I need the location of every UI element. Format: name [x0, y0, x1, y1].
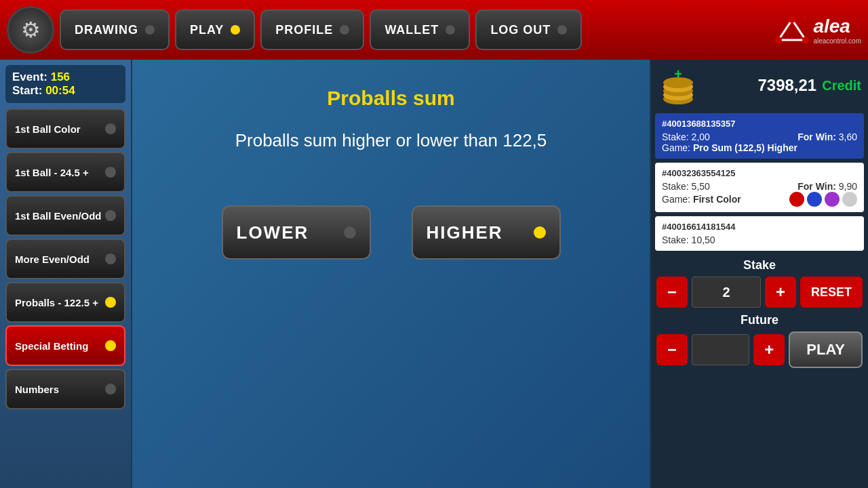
- stake-increase-button[interactable]: +: [765, 277, 796, 308]
- lower-button[interactable]: LOWER: [222, 205, 371, 260]
- bet-id-1: #40013688135357: [662, 119, 857, 129]
- stake-decrease-button[interactable]: −: [656, 277, 688, 308]
- sidebar-label-numbers: Numbers: [15, 384, 59, 395]
- panel-title: Proballs sum: [327, 87, 454, 110]
- logo-text: alea: [813, 16, 861, 37]
- svg-point-0: [789, 16, 795, 23]
- nav-logout-dot: [557, 25, 567, 35]
- nav-logout-label: LOG OUT: [490, 23, 551, 37]
- color-blue: [807, 192, 822, 207]
- sidebar-btn-1st-ball-evenodd[interactable]: 1st Ball Even/Odd: [5, 195, 125, 236]
- event-label: Event:: [12, 70, 47, 83]
- nav-play-label: PLAY: [190, 23, 224, 37]
- nav-profile-label: PROFILE: [275, 23, 333, 37]
- sidebar-label-1st-ball-evenodd: 1st Ball Even/Odd: [15, 210, 102, 222]
- color-purple: [825, 192, 840, 207]
- sidebar-label-1st-ball-color: 1st Ball Color: [15, 123, 81, 135]
- bet-forwin-label-2: For Win: 9,90: [797, 181, 857, 192]
- future-decrease-button[interactable]: −: [656, 334, 688, 365]
- nav-play[interactable]: PLAY: [175, 9, 255, 50]
- future-increase-button[interactable]: +: [753, 334, 785, 365]
- higher-button[interactable]: HIGHER: [412, 205, 561, 260]
- event-value: 156: [51, 70, 70, 83]
- stake-section-label: Stake: [656, 258, 863, 272]
- svg-point-2: [802, 37, 809, 43]
- main-content: Event: 156 Start: 00:54 1st Ball Color 1…: [0, 60, 868, 488]
- bet-forwin-label-1: For Win: 3,60: [797, 131, 857, 142]
- nav-profile-dot: [340, 25, 349, 35]
- stake-value-display: 2: [692, 277, 761, 308]
- reset-button[interactable]: RESET: [800, 277, 863, 308]
- start-label: Start:: [12, 84, 42, 97]
- start-value: 00:54: [45, 84, 75, 97]
- sidebar-btn-more-evenodd[interactable]: More Even/Odd: [5, 239, 125, 279]
- nav-profile[interactable]: PROFILE: [260, 9, 364, 50]
- color-white: [842, 192, 857, 207]
- nav-wallet-label: WALLET: [384, 23, 439, 37]
- higher-label: HIGHER: [427, 222, 503, 243]
- bet-id-2: #40032363554125: [662, 168, 857, 178]
- action-buttons: LOWER HIGHER: [222, 205, 561, 260]
- sidebar-label-1st-ball-245: 1st Ball - 24.5 +: [15, 167, 89, 178]
- sidebar-btn-numbers[interactable]: Numbers: [5, 369, 125, 409]
- sidebar-btn-special[interactable]: Special Betting: [5, 325, 125, 366]
- bet-stake-val-1: 2,00: [692, 131, 710, 142]
- logo-icon: [775, 13, 809, 47]
- coin-icon: +: [658, 65, 698, 106]
- bet-game-label-2: Game: First Color: [662, 194, 741, 205]
- gear-button[interactable]: ⚙: [7, 6, 54, 54]
- nav-wallet[interactable]: WALLET: [370, 9, 470, 50]
- sidebar-label-more-evenodd: More Even/Odd: [15, 253, 90, 265]
- svg-text:+: +: [674, 66, 682, 81]
- bet-stake-label-3: Stake: 10,50: [662, 235, 715, 245]
- nav-logout[interactable]: LOG OUT: [475, 9, 582, 50]
- color-dots: [789, 192, 857, 207]
- sidebar-dot-proballs: [105, 297, 116, 308]
- nav-wallet-dot: [446, 25, 455, 35]
- sidebar-btn-1st-ball-245[interactable]: 1st Ball - 24.5 +: [5, 152, 125, 192]
- nav-drawing-label: DRAWING: [75, 23, 138, 37]
- sidebar-btn-proballs[interactable]: Proballs - 122.5 +: [5, 282, 125, 323]
- sidebar-dot-1st-ball-245: [105, 167, 116, 178]
- event-info: Event: 156 Start: 00:54: [5, 65, 125, 103]
- sidebar-dot-special: [105, 340, 116, 351]
- higher-dot: [534, 226, 546, 239]
- right-panel: + 7398,21 Credit #40013688135357 Stake: …: [651, 60, 868, 488]
- credit-bar: + 7398,21 Credit: [651, 60, 868, 111]
- bet-card-3: #40016614181544 Stake: 10,50: [655, 216, 864, 251]
- bet-card-2: #40032363554125 Stake: 5,50 For Win: 9,9…: [655, 163, 864, 212]
- sidebar-dot-1st-ball-color: [105, 123, 116, 134]
- bet-stake-label-2: Stake: 5,50: [662, 181, 710, 192]
- lower-label: LOWER: [237, 222, 309, 243]
- center-panel: Proballs sum Proballs sum higher or lowe…: [131, 60, 651, 488]
- bet-id-3: #40016614181544: [662, 222, 857, 232]
- top-bar: ⚙ DRAWING PLAY PROFILE WALLET LOG OUT al…: [0, 0, 868, 60]
- sidebar-label-special: Special Betting: [15, 340, 88, 352]
- sidebar-dot-numbers: [105, 384, 116, 394]
- sidebar-dot-more-evenodd: [105, 253, 116, 264]
- bet-card-1: #40013688135357 Stake: 2,00 For Win: 3,6…: [655, 113, 864, 159]
- sidebar-btn-1st-ball-color[interactable]: 1st Ball Color: [5, 108, 125, 149]
- nav-play-dot: [231, 25, 240, 35]
- gear-icon: ⚙: [21, 17, 41, 43]
- stake-section: Stake − 2 + RESET Future − + PLAY: [651, 253, 868, 368]
- bet-stake-label-1: Stake: 2,00: [662, 131, 710, 142]
- bet-stake-val-3: 10,50: [692, 235, 715, 245]
- lower-dot: [344, 226, 356, 239]
- sidebar-dot-1st-ball-evenodd: [105, 210, 116, 221]
- bet-game-val-1: Pro Sum (122,5) Higher: [693, 142, 797, 153]
- future-section-label: Future: [656, 313, 863, 327]
- play-button[interactable]: PLAY: [789, 331, 863, 368]
- bet-stake-val-2: 5,50: [692, 181, 710, 192]
- logo-sub: aleacontrol.com: [813, 37, 861, 45]
- bet-game-label-1: Game: Pro Sum (122,5) Higher: [662, 142, 797, 153]
- credit-amount: 7398,21: [704, 76, 816, 95]
- logo: alea aleacontrol.com: [775, 13, 861, 47]
- svg-point-1: [775, 37, 782, 43]
- color-red: [789, 192, 804, 207]
- sidebar: Event: 156 Start: 00:54 1st Ball Color 1…: [0, 60, 131, 488]
- future-value-display: [692, 334, 749, 365]
- nav-drawing-dot: [145, 25, 155, 35]
- nav-drawing[interactable]: DRAWING: [60, 9, 170, 50]
- panel-description: Proballs sum higher or lower than 122,5: [235, 130, 547, 151]
